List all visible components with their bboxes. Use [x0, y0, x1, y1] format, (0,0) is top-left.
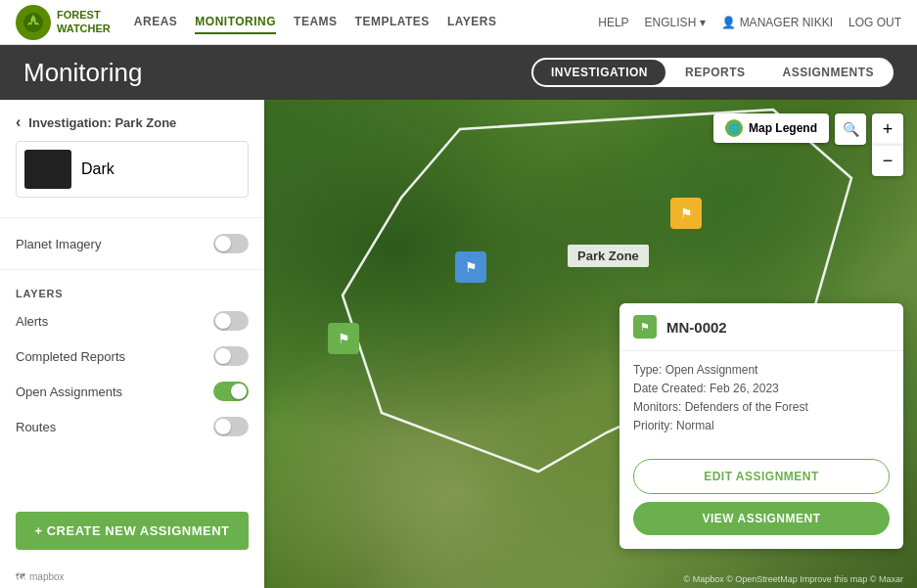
back-arrow-icon: ‹: [16, 113, 21, 131]
map-style-selector[interactable]: Dark: [16, 141, 249, 198]
alerts-label: Alerts: [16, 314, 48, 329]
map-legend-label: Map Legend: [749, 121, 817, 135]
routes-row: Routes: [0, 409, 264, 444]
open-assignments-row: Open Assignments: [0, 374, 264, 409]
park-zone-label: Park Zone: [568, 245, 649, 267]
logo-text: FOREST WATCHER: [57, 9, 111, 34]
flag-marker-yellow[interactable]: ⚑: [670, 198, 702, 229]
popup-priority: Priority: Normal: [633, 419, 890, 432]
main-area: ‹ Investigation: Park Zone Dark Planet I…: [0, 100, 917, 588]
logo[interactable]: FOREST WATCHER: [16, 5, 111, 40]
popup-actions: EDIT ASSIGNMENT VIEW ASSIGNMENT: [619, 449, 903, 549]
monitoring-header: Monitoring INVESTIGATION REPORTS ASSIGNM…: [0, 45, 917, 100]
flag-marker-green[interactable]: ⚑: [328, 323, 359, 354]
mapbox-credit: 🗺 mapbox: [0, 565, 264, 588]
alerts-row: Alerts: [0, 303, 264, 339]
tab-group: INVESTIGATION REPORTS ASSIGNMENTS: [531, 58, 894, 87]
nav-logout[interactable]: LOG OUT: [848, 16, 901, 29]
map-thumbnail: [24, 150, 71, 189]
mapbox-icon: 🗺: [16, 571, 25, 582]
tab-reports[interactable]: REPORTS: [667, 60, 763, 85]
open-assignments-toggle[interactable]: [213, 382, 249, 401]
top-nav: FOREST WATCHER AREAS MONITORING TEAMS TE…: [0, 0, 917, 45]
nav-areas[interactable]: AREAS: [134, 11, 178, 34]
map-attribution: © Mapbox © OpenStreetMap Improve this ma…: [684, 574, 903, 584]
nav-language[interactable]: ENGLISH ▾: [645, 16, 706, 29]
map-search-button[interactable]: 🔍: [835, 113, 866, 145]
divider-1: [0, 217, 264, 218]
open-assignments-label: Open Assignments: [16, 384, 122, 399]
logo-icon: [16, 5, 51, 40]
nav-monitoring[interactable]: MONITORING: [195, 11, 276, 34]
nav-layers[interactable]: LAYERS: [447, 11, 497, 34]
map-legend-button[interactable]: 🌐 Map Legend: [713, 113, 829, 143]
left-panel: ‹ Investigation: Park Zone Dark Planet I…: [0, 100, 264, 588]
flag-yellow-icon: ⚑: [680, 205, 693, 221]
assignment-popup: ⚑ MN-0002 Type: Open Assignment Date Cre…: [619, 303, 903, 549]
zoom-out-button[interactable]: −: [872, 145, 903, 176]
planet-imagery-toggle[interactable]: [213, 234, 249, 253]
popup-body: Type: Open Assignment Date Created: Feb …: [619, 351, 903, 449]
flag-green-icon: ⚑: [338, 331, 350, 346]
popup-header: ⚑ MN-0002: [619, 303, 903, 351]
routes-label: Routes: [16, 420, 56, 434]
planet-imagery-row: Planet Imagery: [0, 226, 264, 261]
popup-flag-icon: ⚑: [633, 315, 657, 339]
view-assignment-button[interactable]: VIEW ASSIGNMENT: [633, 502, 890, 535]
completed-reports-toggle[interactable]: [213, 346, 249, 366]
popup-id: MN-0002: [666, 319, 727, 336]
map-area[interactable]: Park Zone ⚑ ⚑ ⚑ 🌐 Map Legend 🔍 + − ⚑ MN-…: [264, 100, 917, 588]
legend-globe-icon: 🌐: [725, 119, 743, 137]
tab-assignments[interactable]: ASSIGNMENTS: [764, 60, 892, 85]
completed-reports-label: Completed Reports: [16, 349, 125, 364]
nav-teams[interactable]: TEAMS: [294, 11, 338, 34]
popup-date: Date Created: Feb 26, 2023: [633, 382, 890, 395]
divider-2: [0, 269, 264, 270]
search-icon: 🔍: [843, 121, 859, 137]
panel-back-label: Investigation: Park Zone: [28, 115, 176, 130]
nav-help[interactable]: HELP: [598, 16, 628, 29]
completed-reports-row: Completed Reports: [0, 339, 264, 374]
nav-user[interactable]: 👤 MANAGER NIKKI: [721, 16, 833, 29]
flag-marker-blue[interactable]: ⚑: [455, 251, 486, 283]
flag-blue-icon: ⚑: [465, 259, 478, 275]
popup-monitors: Monitors: Defenders of the Forest: [633, 400, 890, 414]
planet-imagery-label: Planet Imagery: [16, 237, 101, 251]
popup-type: Type: Open Assignment: [633, 363, 890, 377]
create-assignment-button[interactable]: + CREATE NEW ASSIGNMENT: [16, 512, 249, 550]
map-style-label: Dark: [81, 160, 115, 178]
nav-links: AREAS MONITORING TEAMS TEMPLATES LAYERS: [134, 11, 598, 34]
panel-back-button[interactable]: ‹ Investigation: Park Zone: [0, 100, 264, 141]
layers-section-title: LAYERS: [0, 278, 264, 303]
user-icon: 👤: [721, 16, 736, 29]
alerts-toggle[interactable]: [213, 311, 249, 331]
nav-right: HELP ENGLISH ▾ 👤 MANAGER NIKKI LOG OUT: [598, 16, 901, 29]
routes-toggle[interactable]: [213, 417, 249, 436]
zoom-in-button[interactable]: +: [872, 113, 903, 145]
edit-assignment-button[interactable]: EDIT ASSIGNMENT: [633, 459, 890, 494]
tab-investigation[interactable]: INVESTIGATION: [533, 60, 665, 85]
nav-templates[interactable]: TEMPLATES: [355, 11, 430, 34]
page-title: Monitoring: [23, 58, 142, 88]
